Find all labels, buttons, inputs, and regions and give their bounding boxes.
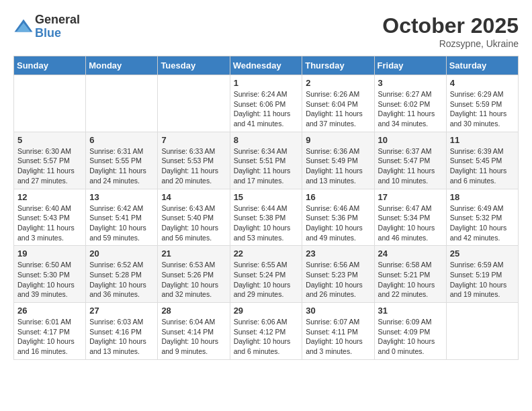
calendar-week-row: 5Sunrise: 6:30 AMSunset: 5:57 PMDaylight… <box>14 132 519 189</box>
day-number: 30 <box>306 306 370 316</box>
day-info: Sunrise: 6:34 AMSunset: 5:51 PMDaylight:… <box>234 146 299 186</box>
day-info: Sunrise: 6:09 AMSunset: 4:09 PMDaylight:… <box>378 317 443 357</box>
logo: General Blue <box>13 13 80 40</box>
day-info: Sunrise: 6:36 AMSunset: 5:49 PMDaylight:… <box>306 146 370 186</box>
day-number: 2 <box>306 78 370 88</box>
calendar-cell: 17Sunrise: 6:47 AMSunset: 5:34 PMDayligh… <box>374 189 446 246</box>
day-number: 7 <box>161 135 226 145</box>
calendar-table: SundayMondayTuesdayWednesdayThursdayFrid… <box>13 56 519 360</box>
page-header: General Blue October 2025 Rozsypne, Ukra… <box>13 13 519 49</box>
calendar-cell: 21Sunrise: 6:53 AMSunset: 5:26 PMDayligh… <box>158 246 230 303</box>
day-info: Sunrise: 6:56 AMSunset: 5:23 PMDaylight:… <box>306 260 370 300</box>
day-info: Sunrise: 6:37 AMSunset: 5:47 PMDaylight:… <box>378 146 443 186</box>
day-info: Sunrise: 6:30 AMSunset: 5:57 PMDaylight:… <box>17 146 82 186</box>
day-number: 23 <box>306 248 370 259</box>
title-block: October 2025 Rozsypne, Ukraine <box>382 13 519 49</box>
day-number: 8 <box>234 135 299 145</box>
day-info: Sunrise: 6:29 AMSunset: 5:59 PMDaylight:… <box>450 89 515 129</box>
day-number: 6 <box>89 135 154 145</box>
month-title: October 2025 <box>382 13 519 38</box>
weekday-header: Monday <box>86 56 158 75</box>
day-info: Sunrise: 6:07 AMSunset: 4:11 PMDaylight:… <box>306 317 370 357</box>
day-number: 11 <box>450 135 515 145</box>
calendar-cell: 27Sunrise: 6:03 AMSunset: 4:16 PMDayligh… <box>86 303 158 360</box>
logo-icon <box>13 17 34 37</box>
calendar-cell: 16Sunrise: 6:46 AMSunset: 5:36 PMDayligh… <box>302 189 374 246</box>
day-info: Sunrise: 6:03 AMSunset: 4:16 PMDaylight:… <box>89 317 154 357</box>
day-info: Sunrise: 6:44 AMSunset: 5:38 PMDaylight:… <box>234 203 299 243</box>
calendar-cell: 24Sunrise: 6:58 AMSunset: 5:21 PMDayligh… <box>374 246 446 303</box>
calendar-cell: 19Sunrise: 6:50 AMSunset: 5:30 PMDayligh… <box>14 246 86 303</box>
calendar-cell: 15Sunrise: 6:44 AMSunset: 5:38 PMDayligh… <box>230 189 302 246</box>
weekday-header: Tuesday <box>158 56 230 75</box>
weekday-header: Friday <box>374 56 446 75</box>
day-info: Sunrise: 6:58 AMSunset: 5:21 PMDaylight:… <box>378 260 443 300</box>
calendar-cell: 9Sunrise: 6:36 AMSunset: 5:49 PMDaylight… <box>302 132 374 189</box>
day-info: Sunrise: 6:47 AMSunset: 5:34 PMDaylight:… <box>378 203 443 243</box>
calendar-cell: 1Sunrise: 6:24 AMSunset: 6:06 PMDaylight… <box>230 75 302 132</box>
calendar-cell: 29Sunrise: 6:06 AMSunset: 4:12 PMDayligh… <box>230 303 302 360</box>
day-number: 1 <box>234 78 299 88</box>
weekday-header: Saturday <box>446 56 518 75</box>
calendar-cell: 14Sunrise: 6:43 AMSunset: 5:40 PMDayligh… <box>158 189 230 246</box>
day-info: Sunrise: 6:24 AMSunset: 6:06 PMDaylight:… <box>234 89 299 129</box>
day-info: Sunrise: 6:06 AMSunset: 4:12 PMDaylight:… <box>234 317 299 357</box>
day-number: 3 <box>378 78 443 88</box>
day-info: Sunrise: 6:27 AMSunset: 6:02 PMDaylight:… <box>378 89 443 129</box>
weekday-header: Sunday <box>14 56 86 75</box>
day-info: Sunrise: 6:40 AMSunset: 5:43 PMDaylight:… <box>17 203 82 243</box>
calendar-cell: 31Sunrise: 6:09 AMSunset: 4:09 PMDayligh… <box>374 303 446 360</box>
calendar-cell: 11Sunrise: 6:39 AMSunset: 5:45 PMDayligh… <box>446 132 518 189</box>
calendar-cell: 23Sunrise: 6:56 AMSunset: 5:23 PMDayligh… <box>302 246 374 303</box>
calendar-cell: 2Sunrise: 6:26 AMSunset: 6:04 PMDaylight… <box>302 75 374 132</box>
day-number: 19 <box>17 248 82 259</box>
calendar-cell: 13Sunrise: 6:42 AMSunset: 5:41 PMDayligh… <box>86 189 158 246</box>
day-info: Sunrise: 6:26 AMSunset: 6:04 PMDaylight:… <box>306 89 370 129</box>
day-info: Sunrise: 6:04 AMSunset: 4:14 PMDaylight:… <box>161 317 226 357</box>
location-subtitle: Rozsypne, Ukraine <box>382 38 519 49</box>
calendar-cell: 5Sunrise: 6:30 AMSunset: 5:57 PMDaylight… <box>14 132 86 189</box>
weekday-header: Wednesday <box>230 56 302 75</box>
day-info: Sunrise: 6:43 AMSunset: 5:40 PMDaylight:… <box>161 203 226 243</box>
day-number: 20 <box>89 248 154 259</box>
calendar-cell: 20Sunrise: 6:52 AMSunset: 5:28 PMDayligh… <box>86 246 158 303</box>
calendar-cell: 10Sunrise: 6:37 AMSunset: 5:47 PMDayligh… <box>374 132 446 189</box>
day-info: Sunrise: 6:52 AMSunset: 5:28 PMDaylight:… <box>89 260 154 300</box>
day-number: 26 <box>17 306 82 316</box>
calendar-cell: 28Sunrise: 6:04 AMSunset: 4:14 PMDayligh… <box>158 303 230 360</box>
day-number: 12 <box>17 192 82 202</box>
day-info: Sunrise: 6:42 AMSunset: 5:41 PMDaylight:… <box>89 203 154 243</box>
logo-general: General <box>35 13 80 27</box>
weekday-header: Thursday <box>302 56 374 75</box>
calendar-cell: 26Sunrise: 6:01 AMSunset: 4:17 PMDayligh… <box>14 303 86 360</box>
day-number: 27 <box>89 306 154 316</box>
day-number: 13 <box>89 192 154 202</box>
calendar-header-row: SundayMondayTuesdayWednesdayThursdayFrid… <box>14 56 519 75</box>
day-number: 14 <box>161 192 226 202</box>
day-info: Sunrise: 6:46 AMSunset: 5:36 PMDaylight:… <box>306 203 370 243</box>
calendar-cell: 3Sunrise: 6:27 AMSunset: 6:02 PMDaylight… <box>374 75 446 132</box>
day-info: Sunrise: 6:50 AMSunset: 5:30 PMDaylight:… <box>17 260 82 300</box>
calendar-cell: 8Sunrise: 6:34 AMSunset: 5:51 PMDaylight… <box>230 132 302 189</box>
day-number: 5 <box>17 135 82 145</box>
day-number: 15 <box>234 192 299 202</box>
calendar-cell: 30Sunrise: 6:07 AMSunset: 4:11 PMDayligh… <box>302 303 374 360</box>
day-number: 10 <box>378 135 443 145</box>
day-number: 4 <box>450 78 515 88</box>
day-number: 31 <box>378 306 443 316</box>
day-info: Sunrise: 6:31 AMSunset: 5:55 PMDaylight:… <box>89 146 154 186</box>
calendar-cell <box>14 75 86 132</box>
day-number: 18 <box>450 192 515 202</box>
calendar-cell <box>158 75 230 132</box>
calendar-cell <box>446 303 518 360</box>
day-info: Sunrise: 6:59 AMSunset: 5:19 PMDaylight:… <box>450 260 515 300</box>
calendar-cell: 6Sunrise: 6:31 AMSunset: 5:55 PMDaylight… <box>86 132 158 189</box>
calendar-cell: 18Sunrise: 6:49 AMSunset: 5:32 PMDayligh… <box>446 189 518 246</box>
logo-blue: Blue <box>35 27 80 40</box>
day-info: Sunrise: 6:33 AMSunset: 5:53 PMDaylight:… <box>161 146 226 186</box>
day-info: Sunrise: 6:55 AMSunset: 5:24 PMDaylight:… <box>234 260 299 300</box>
day-number: 24 <box>378 248 443 259</box>
day-info: Sunrise: 6:49 AMSunset: 5:32 PMDaylight:… <box>450 203 515 243</box>
day-number: 28 <box>161 306 226 316</box>
day-number: 25 <box>450 248 515 259</box>
